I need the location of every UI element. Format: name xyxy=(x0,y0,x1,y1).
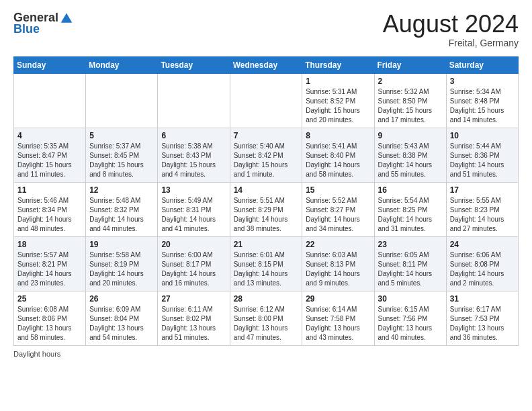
table-row: 4 Sunrise: 5:35 AMSunset: 8:47 PMDayligh… xyxy=(14,128,86,182)
day-info: Sunrise: 6:09 AMSunset: 8:04 PMDaylight:… xyxy=(89,306,144,341)
col-wednesday: Wednesday xyxy=(230,56,302,73)
day-info: Sunrise: 5:48 AMSunset: 8:32 PMDaylight:… xyxy=(89,197,144,232)
day-info: Sunrise: 6:03 AMSunset: 8:13 PMDaylight:… xyxy=(306,251,360,287)
day-number: 1 xyxy=(306,77,370,86)
footer-note: Daylight hours xyxy=(13,350,519,358)
day-number: 14 xyxy=(234,185,299,195)
table-row: 19 Sunrise: 5:58 AMSunset: 8:19 PMDaylig… xyxy=(86,236,158,291)
day-number: 11 xyxy=(17,185,82,195)
day-info: Sunrise: 6:17 AMSunset: 7:53 PMDaylight:… xyxy=(450,306,504,341)
table-row: 26 Sunrise: 6:09 AMSunset: 8:04 PMDaylig… xyxy=(86,291,158,345)
day-info: Sunrise: 5:58 AMSunset: 8:19 PMDaylight:… xyxy=(89,251,144,287)
table-row: 18 Sunrise: 5:57 AMSunset: 8:21 PMDaylig… xyxy=(14,236,86,291)
table-row: 14 Sunrise: 5:51 AMSunset: 8:29 PMDaylig… xyxy=(230,182,302,236)
table-row: 16 Sunrise: 5:54 AMSunset: 8:25 PMDaylig… xyxy=(374,182,446,236)
table-row: 11 Sunrise: 5:46 AMSunset: 8:34 PMDaylig… xyxy=(14,182,86,236)
day-number: 2 xyxy=(378,77,443,86)
day-number: 4 xyxy=(17,131,82,140)
day-number: 10 xyxy=(450,131,515,140)
table-row xyxy=(14,73,86,128)
table-row: 2 Sunrise: 5:32 AMSunset: 8:50 PMDayligh… xyxy=(374,73,446,128)
day-number: 16 xyxy=(378,185,443,195)
day-info: Sunrise: 6:05 AMSunset: 8:11 PMDaylight:… xyxy=(378,251,433,287)
table-row xyxy=(230,73,302,128)
day-number: 5 xyxy=(89,131,154,140)
day-number: 13 xyxy=(161,185,226,195)
calendar-week-row: 11 Sunrise: 5:46 AMSunset: 8:34 PMDaylig… xyxy=(14,182,519,236)
day-info: Sunrise: 5:55 AMSunset: 8:23 PMDaylight:… xyxy=(450,197,504,232)
day-info: Sunrise: 6:12 AMSunset: 8:00 PMDaylight:… xyxy=(234,306,288,341)
table-row: 10 Sunrise: 5:44 AMSunset: 8:36 PMDaylig… xyxy=(446,128,518,182)
location-subtitle: Freital, Germany xyxy=(383,38,519,48)
day-number: 15 xyxy=(306,185,370,195)
day-info: Sunrise: 5:38 AMSunset: 8:43 PMDaylight:… xyxy=(161,142,216,178)
day-number: 17 xyxy=(450,185,515,195)
calendar-header-row: Sunday Monday Tuesday Wednesday Thursday… xyxy=(14,56,519,73)
col-saturday: Saturday xyxy=(446,56,518,73)
table-row: 3 Sunrise: 5:34 AMSunset: 8:48 PMDayligh… xyxy=(446,73,518,128)
day-number: 23 xyxy=(378,240,443,249)
col-friday: Friday xyxy=(374,56,446,73)
table-row: 21 Sunrise: 6:01 AMSunset: 8:15 PMDaylig… xyxy=(230,236,302,291)
day-info: Sunrise: 5:57 AMSunset: 8:21 PMDaylight:… xyxy=(17,251,72,287)
day-number: 31 xyxy=(450,294,515,304)
table-row: 22 Sunrise: 6:03 AMSunset: 8:13 PMDaylig… xyxy=(302,236,374,291)
day-number: 8 xyxy=(306,131,370,140)
day-info: Sunrise: 6:08 AMSunset: 8:06 PMDaylight:… xyxy=(17,306,72,341)
day-number: 6 xyxy=(161,131,226,140)
day-number: 3 xyxy=(450,77,515,86)
day-info: Sunrise: 5:46 AMSunset: 8:34 PMDaylight:… xyxy=(17,197,72,232)
day-number: 19 xyxy=(89,240,154,249)
table-row: 27 Sunrise: 6:11 AMSunset: 8:02 PMDaylig… xyxy=(158,291,230,345)
page-header: General Blue August 2024 Freital, German… xyxy=(13,11,519,48)
calendar-table: Sunday Monday Tuesday Wednesday Thursday… xyxy=(13,56,519,346)
table-row: 28 Sunrise: 6:12 AMSunset: 8:00 PMDaylig… xyxy=(230,291,302,345)
day-number: 30 xyxy=(378,294,443,304)
day-number: 12 xyxy=(89,185,154,195)
day-info: Sunrise: 6:11 AMSunset: 8:02 PMDaylight:… xyxy=(161,306,216,341)
table-row: 20 Sunrise: 6:00 AMSunset: 8:17 PMDaylig… xyxy=(158,236,230,291)
table-row: 30 Sunrise: 6:15 AMSunset: 7:56 PMDaylig… xyxy=(374,291,446,345)
day-info: Sunrise: 6:15 AMSunset: 7:56 PMDaylight:… xyxy=(378,306,433,341)
day-number: 28 xyxy=(234,294,299,304)
table-row: 17 Sunrise: 5:55 AMSunset: 8:23 PMDaylig… xyxy=(446,182,518,236)
logo-icon xyxy=(60,11,73,25)
day-info: Sunrise: 5:54 AMSunset: 8:25 PMDaylight:… xyxy=(378,197,433,232)
day-info: Sunrise: 6:06 AMSunset: 8:08 PMDaylight:… xyxy=(450,251,504,287)
col-sunday: Sunday xyxy=(14,56,86,73)
table-row: 1 Sunrise: 5:31 AMSunset: 8:52 PMDayligh… xyxy=(302,73,374,128)
day-number: 25 xyxy=(17,294,82,304)
day-info: Sunrise: 5:41 AMSunset: 8:40 PMDaylight:… xyxy=(306,142,360,178)
table-row: 6 Sunrise: 5:38 AMSunset: 8:43 PMDayligh… xyxy=(158,128,230,182)
day-number: 29 xyxy=(306,294,370,304)
day-number: 18 xyxy=(17,240,82,249)
day-info: Sunrise: 5:52 AMSunset: 8:27 PMDaylight:… xyxy=(306,197,360,232)
day-info: Sunrise: 5:43 AMSunset: 8:38 PMDaylight:… xyxy=(378,142,433,178)
day-number: 9 xyxy=(378,131,443,140)
day-number: 20 xyxy=(161,240,226,249)
day-number: 26 xyxy=(89,294,154,304)
day-info: Sunrise: 5:49 AMSunset: 8:31 PMDaylight:… xyxy=(161,197,216,232)
day-info: Sunrise: 5:51 AMSunset: 8:29 PMDaylight:… xyxy=(234,197,288,232)
day-number: 27 xyxy=(161,294,226,304)
table-row xyxy=(158,73,230,128)
day-info: Sunrise: 6:00 AMSunset: 8:17 PMDaylight:… xyxy=(161,251,216,287)
day-info: Sunrise: 5:37 AMSunset: 8:45 PMDaylight:… xyxy=(89,142,144,178)
table-row: 15 Sunrise: 5:52 AMSunset: 8:27 PMDaylig… xyxy=(302,182,374,236)
day-info: Sunrise: 5:31 AMSunset: 8:52 PMDaylight:… xyxy=(306,88,360,124)
table-row: 23 Sunrise: 6:05 AMSunset: 8:11 PMDaylig… xyxy=(374,236,446,291)
logo: General Blue xyxy=(13,11,73,36)
day-info: Sunrise: 5:32 AMSunset: 8:50 PMDaylight:… xyxy=(378,88,433,124)
table-row: 13 Sunrise: 5:49 AMSunset: 8:31 PMDaylig… xyxy=(158,182,230,236)
col-thursday: Thursday xyxy=(302,56,374,73)
calendar-week-row: 1 Sunrise: 5:31 AMSunset: 8:52 PMDayligh… xyxy=(14,73,519,128)
table-row: 12 Sunrise: 5:48 AMSunset: 8:32 PMDaylig… xyxy=(86,182,158,236)
table-row: 5 Sunrise: 5:37 AMSunset: 8:45 PMDayligh… xyxy=(86,128,158,182)
table-row: 29 Sunrise: 6:14 AMSunset: 7:58 PMDaylig… xyxy=(302,291,374,345)
svg-marker-0 xyxy=(61,13,73,22)
table-row: 8 Sunrise: 5:41 AMSunset: 8:40 PMDayligh… xyxy=(302,128,374,182)
table-row xyxy=(86,73,158,128)
day-info: Sunrise: 5:40 AMSunset: 8:42 PMDaylight:… xyxy=(234,142,288,178)
table-row: 31 Sunrise: 6:17 AMSunset: 7:53 PMDaylig… xyxy=(446,291,518,345)
logo-blue-text: Blue xyxy=(13,22,40,36)
